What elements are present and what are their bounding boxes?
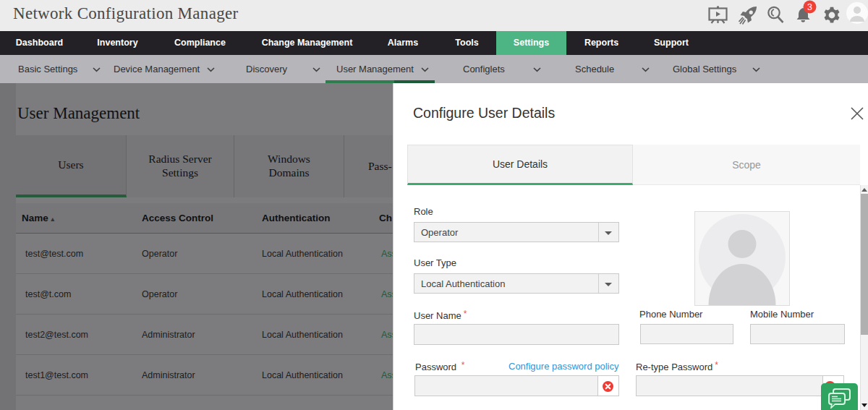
svg-text:3: 3: [807, 2, 812, 12]
